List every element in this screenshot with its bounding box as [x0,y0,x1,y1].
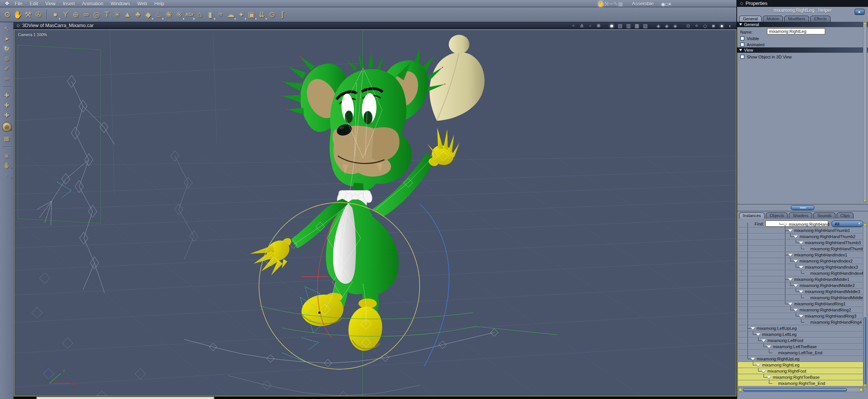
rock-primitive-icon[interactable]: ◆▸ [143,9,153,20]
expand-triangle-icon[interactable] [767,376,771,379]
rotation-ball-icon[interactable]: ✧ [694,23,700,29]
menu-item[interactable]: View [45,1,55,6]
general-section-header[interactable]: General [737,22,868,27]
expand-triangle-icon[interactable] [799,290,803,293]
render-room-icon[interactable]: ▦ [618,1,623,7]
globe-primitive-icon[interactable]: ⊕▸ [71,9,81,20]
spotlight-primitive-icon[interactable]: ✦▸ [236,9,246,20]
expand-triangle-icon[interactable] [788,229,793,232]
checkbox-icon[interactable] [740,55,744,59]
tree-row[interactable]: mixamorig:RightHandIndex1 [738,252,863,258]
close-icon[interactable]: ✕ [668,2,672,7]
tree-row[interactable]: mixamorig:RightHandThumb3 [738,240,863,246]
up-axis-icon[interactable]: ⊙ [685,23,691,29]
camera-flock-icon[interactable]: ⌖ [587,23,593,29]
zoom-tool-icon[interactable]: ⌖ [2,171,12,180]
sphere-primitive-icon[interactable]: ●▸ [50,9,60,20]
working-box-icon[interactable]: ▦ [2,134,12,143]
expand-triangle-icon[interactable] [788,278,793,281]
layout-split-icon[interactable]: ▤ [617,23,623,29]
tree-row[interactable]: mixamorig:RightToeBase [738,374,863,380]
tree-row[interactable]: mixamorig:RightHand [738,223,863,227]
direct-select-tool-icon[interactable]: ➤ [2,34,12,43]
universal-manipulator-icon[interactable]: ⊕ [2,122,12,132]
expand-triangle-icon[interactable] [756,333,761,336]
tree-row[interactable]: mixamorig:RightUpLeg [738,356,863,362]
stamp-tool-icon[interactable]: ✇▸ [33,9,44,20]
spray-icon[interactable]: ✶ [570,23,576,29]
panel-splitter-handle[interactable] [791,205,814,210]
menu-item[interactable]: File [15,1,23,6]
goblet-primitive-icon[interactable]: Y▸ [60,9,71,20]
fountain-primitive-icon[interactable]: ※▸ [174,9,184,20]
tree-row[interactable]: mixamorig:RightHandMiddle4 [738,295,863,301]
target-primitive-icon[interactable]: ⊙▸ [267,9,277,20]
expand-triangle-icon[interactable] [751,358,755,360]
name-input[interactable] [767,28,825,34]
flat-cube-icon[interactable]: ■ [710,23,717,29]
fire-primitive-icon[interactable]: ♨▸ [153,9,164,20]
tree-row[interactable]: mixamorig:RightHandMiddle1 [738,276,863,282]
ocean-primitive-icon[interactable]: ≈▸ [215,9,226,20]
tree-row[interactable]: mixamorig:RightFoot [738,368,863,374]
menu-item[interactable]: Edit [30,1,38,6]
textured-sphere-icon[interactable]: ◐ [727,23,733,29]
mouse-character[interactable] [250,48,459,352]
scroll-thumb[interactable] [743,388,847,391]
camera-pan-tool-icon[interactable]: ▣ [2,151,12,160]
text-primitive-icon[interactable]: T▸ [102,9,112,20]
expand-triangle-icon[interactable] [788,303,793,305]
menu-item[interactable]: Insert [63,1,75,6]
gizmo-scale-icon[interactable]: ◈ [672,23,678,29]
collapsed-panel-edge[interactable] [36,397,214,399]
expand-triangle-icon[interactable] [767,345,771,348]
eye-icon[interactable]: ◉ [661,2,665,7]
scroll-thumb[interactable] [864,317,866,384]
properties-scrollbar[interactable] [863,22,867,202]
rock-pile-primitive-icon[interactable]: ❋▸ [164,9,174,20]
smooth-sphere-icon[interactable]: ● [719,23,725,29]
panel-dot-icon[interactable] [740,2,743,5]
tree-row[interactable]: mixamorig:LeftToeBase [738,344,863,350]
tree-row[interactable]: mixamorig:RightHandMiddle2 [738,282,863,289]
tree-row[interactable]: mixamorig:RightHandIndex2 [738,258,863,264]
layout-single-icon[interactable]: ■ [609,23,615,29]
move-axis-tool-icon[interactable]: ✚ [2,101,12,110]
tree-row[interactable]: mixamorig:RightHandMiddle3 [738,289,863,295]
tree-row[interactable]: mixamorig:RightLeg [738,362,863,368]
tree-row[interactable]: mixamorig:RightHandThumb2 [738,234,863,240]
viewport-panel-icon[interactable] [17,24,20,27]
rotate-tool-icon[interactable]: ↻ [2,44,12,53]
expand-triangle-icon[interactable] [799,315,803,318]
tree-vertical-scrollbar[interactable] [863,223,867,387]
bone-primitive-icon[interactable]: ∫▸ [277,9,288,20]
tree-row[interactable]: mixamorig:RightHandThumb1 [738,227,863,234]
tree-row[interactable]: mixamorig:RightHandRing4 [738,319,863,325]
tree-row[interactable]: mixamorig:LeftLeg [738,331,863,337]
assemble-room-icon[interactable]: ✋ [598,1,604,7]
particles-primitive-icon[interactable]: ✳▸ [112,9,122,20]
gizmo-translate-icon[interactable]: ◈ [655,23,661,29]
expand-triangle-icon[interactable] [756,364,761,367]
tree-horizontal-scrollbar[interactable] [738,388,863,392]
texture-room-icon[interactable]: ✑ [609,1,614,7]
cloud-primitive-icon[interactable]: ☁▸ [226,9,236,20]
terrain-primitive-icon[interactable]: ▲▸ [122,9,133,20]
tree-row[interactable]: mixamorig:RightHandRing1 [738,301,863,307]
wire-cube-icon[interactable]: ◇ [702,23,708,29]
3d-canvas[interactable]: Z X Y [14,30,736,396]
checkbox-row[interactable]: Animated [740,42,868,47]
tree-row[interactable]: mixamorig:RightHandIndex4 [738,270,863,276]
expand-triangle-icon[interactable] [799,242,803,244]
background-skeleton-floor[interactable] [184,329,498,396]
expand-triangle-icon[interactable] [793,284,798,287]
tree-row[interactable]: mixamorig:LeftUpLeg [738,325,863,331]
menu-item[interactable]: Windows [111,1,130,6]
camera-primitive-icon[interactable]: ▣▸ [246,9,257,20]
joint-tool-icon[interactable]: ⚙▸ [2,9,13,20]
spinning-top-object[interactable] [430,35,485,121]
expand-triangle-icon[interactable] [761,370,766,373]
layout-quad-small-icon[interactable]: ▥ [625,23,632,29]
expand-triangle-icon[interactable] [783,223,787,226]
expand-triangle-icon[interactable] [799,266,803,269]
